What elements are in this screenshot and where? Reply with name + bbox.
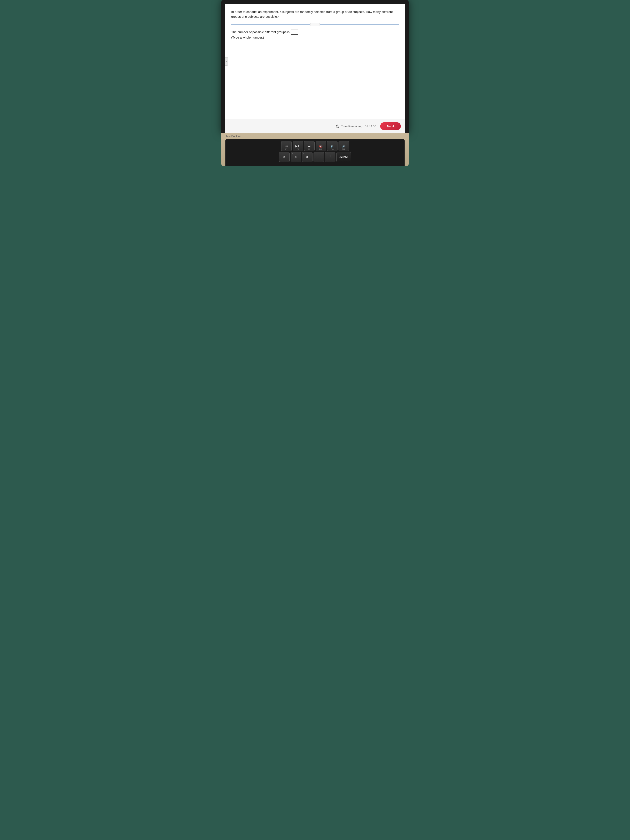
keyboard: ⏮ F7 ▶⏸ F8 ⏭ F9 🔇 F10 🔉 F11 bbox=[226, 139, 404, 166]
key-f12-icon: 🔊 bbox=[342, 145, 346, 148]
key-delete-label: delete bbox=[339, 155, 348, 159]
divider: ..... bbox=[231, 23, 399, 26]
divider-line-right bbox=[320, 24, 399, 25]
laptop-container: > In order to conduct an experiment, 5 s… bbox=[221, 0, 409, 166]
time-value: 01:42:50 bbox=[365, 125, 376, 128]
key-f8[interactable]: ▶⏸ F8 bbox=[293, 141, 303, 151]
divider-line-left bbox=[231, 24, 310, 25]
answer-period: . bbox=[300, 30, 300, 35]
key-f12[interactable]: 🔊 F12 bbox=[338, 141, 349, 151]
key-f9[interactable]: ⏭ F9 bbox=[304, 141, 314, 151]
key-f8-icon: ▶⏸ bbox=[295, 145, 300, 148]
key-f11[interactable]: 🔉 F11 bbox=[327, 141, 338, 151]
macbook-label: MacBook Air bbox=[226, 134, 404, 138]
keyboard-bezel: MacBook Air ⏮ F7 ▶⏸ F8 ⏭ F9 🔇 F10 bbox=[221, 133, 409, 166]
question-area: > In order to conduct an experiment, 5 s… bbox=[225, 4, 405, 119]
key-plus-tertiary: = bbox=[330, 158, 331, 160]
key-9-secondary: ( bbox=[292, 153, 293, 155]
key-0-primary: 0 bbox=[306, 155, 308, 159]
key-plus-primary: + bbox=[329, 154, 331, 158]
answer-label: The number of possible different groups … bbox=[231, 30, 290, 35]
answer-area: The number of possible different groups … bbox=[231, 30, 399, 40]
key-f10-icon: 🔇 bbox=[319, 145, 322, 148]
key-9[interactable]: ( 9 bbox=[291, 152, 301, 162]
key-minus-tertiary: – bbox=[318, 158, 319, 160]
bottom-bar: Time Remaining: 01:42:50 Next bbox=[225, 119, 405, 133]
clock-icon bbox=[336, 125, 339, 128]
key-f11-icon: 🔉 bbox=[331, 145, 334, 148]
key-minus-primary: – bbox=[318, 154, 320, 158]
sidebar-toggle[interactable]: > bbox=[225, 57, 228, 66]
key-f8-label: F8 bbox=[297, 148, 299, 150]
divider-dots: ..... bbox=[310, 23, 320, 26]
key-delete[interactable]: delete bbox=[336, 152, 351, 162]
answer-line: The number of possible different groups … bbox=[231, 30, 399, 35]
fn-key-row: ⏮ F7 ▶⏸ F8 ⏭ F9 🔇 F10 🔉 F11 bbox=[228, 141, 402, 151]
number-key-row: * 8 ( 9 ) 0 – – + bbox=[228, 152, 402, 162]
time-remaining: Time Remaining: 01:42:50 bbox=[336, 125, 376, 128]
key-8[interactable]: * 8 bbox=[279, 152, 290, 162]
key-f7-icon: ⏮ bbox=[285, 145, 288, 148]
key-0[interactable]: ) 0 bbox=[302, 152, 313, 162]
question-text: In order to conduct an experiment, 5 sub… bbox=[231, 9, 399, 19]
key-f7[interactable]: ⏮ F7 bbox=[281, 141, 292, 151]
key-f9-icon: ⏭ bbox=[308, 145, 311, 148]
key-f7-label: F7 bbox=[286, 148, 287, 150]
key-f9-label: F9 bbox=[308, 148, 310, 150]
key-9-primary: 9 bbox=[295, 155, 297, 159]
key-0-secondary: ) bbox=[303, 153, 304, 155]
screen-bezel: > In order to conduct an experiment, 5 s… bbox=[221, 0, 409, 133]
key-f12-label: F12 bbox=[342, 148, 345, 150]
key-f10-label: F10 bbox=[319, 148, 322, 150]
key-plus[interactable]: + = bbox=[325, 152, 335, 162]
next-button[interactable]: Next bbox=[380, 122, 401, 130]
time-label: Time Remaining: bbox=[341, 125, 363, 128]
key-8-primary: 8 bbox=[284, 155, 285, 159]
answer-input[interactable] bbox=[291, 30, 298, 35]
key-minus[interactable]: – – bbox=[314, 152, 324, 162]
key-f10[interactable]: 🔇 F10 bbox=[316, 141, 326, 151]
key-f11-label: F11 bbox=[331, 148, 334, 150]
screen: > In order to conduct an experiment, 5 s… bbox=[225, 4, 405, 133]
hint-text: (Type a whole number.) bbox=[231, 35, 399, 40]
key-8-secondary: * bbox=[281, 153, 281, 155]
